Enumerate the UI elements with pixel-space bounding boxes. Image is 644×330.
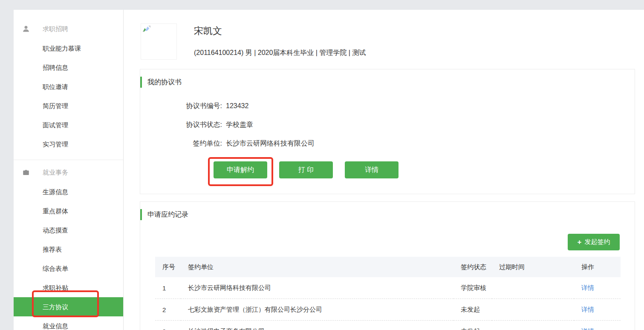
agreement-status-label: 协议书状态: bbox=[140, 121, 222, 129]
row-status: 学院审核 bbox=[453, 277, 492, 299]
row-company: 七彩文旅资产管理（浙江）有限公司长沙分公司 bbox=[181, 299, 453, 321]
sidebar-item-internship-manage[interactable]: 实习管理 bbox=[14, 135, 123, 154]
detail-button[interactable]: 详情 bbox=[345, 161, 399, 178]
sidebar-item-job-subsidy[interactable]: 求职补贴 bbox=[14, 278, 123, 297]
sidebar-item-recommend-form[interactable]: 推荐表 bbox=[14, 240, 123, 259]
main-content: 宋凯文 (201164100214) 男 | 2020届本科生毕业 | 管理学院… bbox=[124, 10, 644, 330]
sidebar-item-interview-manage[interactable]: 面试管理 bbox=[14, 115, 123, 135]
signing-company-row: 签约单位: 长沙市云研网络科技有限公司 bbox=[140, 134, 635, 153]
table-row: 3 长沙瀚得电子商务有限公司 未发起 详情 bbox=[155, 321, 621, 330]
title-accent-bar bbox=[140, 209, 142, 220]
title-accent-bar bbox=[140, 77, 142, 88]
sidebar-section-job-recruitment: 求职招聘 bbox=[14, 19, 123, 39]
row-index: 3 bbox=[155, 321, 181, 330]
sidebar-item-position-invite[interactable]: 职位邀请 bbox=[14, 77, 123, 96]
sidebar-item-recruit-info[interactable]: 招聘信息 bbox=[14, 58, 123, 77]
briefcase-icon bbox=[22, 169, 30, 176]
table-row: 1 长沙市云研网络科技有限公司 学院审核 详情 bbox=[155, 277, 621, 299]
agreement-status-row: 协议书状态: 学校盖章 bbox=[140, 115, 635, 134]
table-header-row: 序号 签约单位 签约状态 过期时间 操作 bbox=[155, 257, 621, 277]
col-header-action: 操作 bbox=[574, 257, 621, 277]
row-index: 2 bbox=[155, 299, 181, 321]
sidebar: 求职招聘 职业能力慕课 招聘信息 职位邀请 简历管理 面试管理 实习管理 就业事… bbox=[14, 10, 124, 330]
table-row: 2 七彩文旅资产管理（浙江）有限公司长沙分公司 未发起 详情 bbox=[155, 299, 621, 321]
plus-icon: + bbox=[578, 238, 582, 246]
row-detail-link[interactable]: 详情 bbox=[581, 327, 594, 330]
student-details: (201164100214) 男 | 2020届本科生毕业 | 管理学院 | 测… bbox=[194, 49, 366, 57]
row-expire bbox=[492, 299, 574, 321]
signing-company-value: 长沙市云研网络科技有限公司 bbox=[226, 139, 315, 148]
col-header-index: 序号 bbox=[155, 257, 181, 277]
row-detail-link[interactable]: 详情 bbox=[581, 284, 594, 291]
agreement-status-value: 学校盖章 bbox=[226, 121, 253, 129]
agreement-card-title: 我的协议书 bbox=[147, 78, 182, 87]
records-table: 序号 签约单位 签约状态 过期时间 操作 1 长沙市云研网络科技有限公司 学院审… bbox=[155, 257, 621, 330]
sidebar-item-dynamic-survey[interactable]: 动态摸查 bbox=[14, 221, 123, 240]
sidebar-section-label: 求职招聘 bbox=[43, 25, 68, 33]
print-button[interactable]: 打 印 bbox=[279, 161, 333, 178]
agreement-number-label: 协议书编号: bbox=[140, 102, 222, 111]
avatar bbox=[141, 23, 177, 60]
sidebar-item-comprehensive-forms[interactable]: 综合表单 bbox=[14, 259, 123, 278]
col-header-company: 签约单位 bbox=[181, 257, 453, 277]
records-card: 申请应约记录 + 发起签约 序号 签约单位 签约状态 过期时间 操作 bbox=[140, 201, 635, 330]
agreement-card: 我的协议书 协议书编号: 123432 协议书状态: 学校盖章 签约单位: 长沙… bbox=[140, 69, 635, 194]
col-header-status: 签约状态 bbox=[453, 257, 492, 277]
row-expire bbox=[492, 277, 574, 299]
sidebar-item-key-groups[interactable]: 重点群体 bbox=[14, 201, 123, 221]
broken-image-icon bbox=[142, 25, 151, 33]
signing-company-label: 签约单位: bbox=[140, 139, 222, 148]
sidebar-section-label: 就业事务 bbox=[43, 169, 68, 177]
screen: 求职招聘 职业能力慕课 招聘信息 职位邀请 简历管理 面试管理 实习管理 就业事… bbox=[0, 0, 644, 330]
agreement-number-row: 协议书编号: 123432 bbox=[140, 97, 635, 115]
left-strip bbox=[0, 0, 14, 330]
records-card-title: 申请应约记录 bbox=[147, 210, 188, 219]
col-header-expire: 过期时间 bbox=[492, 257, 574, 277]
sidebar-item-employment-info[interactable]: 就业信息 bbox=[14, 316, 123, 330]
sidebar-item-student-source[interactable]: 生源信息 bbox=[14, 182, 123, 201]
row-company: 长沙市云研网络科技有限公司 bbox=[181, 277, 453, 299]
apply-termination-button[interactable]: 申请解约 bbox=[214, 161, 267, 178]
agreement-number-value: 123432 bbox=[226, 102, 248, 110]
sidebar-item-career-mooc[interactable]: 职业能力慕课 bbox=[14, 39, 123, 58]
person-icon bbox=[22, 25, 30, 33]
row-company: 长沙瀚得电子商务有限公司 bbox=[181, 321, 453, 330]
row-detail-link[interactable]: 详情 bbox=[581, 306, 594, 313]
sidebar-section-employment-affairs: 就业事务 bbox=[14, 163, 123, 182]
top-strip bbox=[0, 0, 644, 10]
row-status: 未发起 bbox=[453, 321, 492, 330]
student-name: 宋凯文 bbox=[194, 25, 222, 37]
initiate-signing-label: 发起签约 bbox=[584, 238, 610, 246]
row-index: 1 bbox=[155, 277, 181, 299]
row-expire bbox=[492, 321, 574, 330]
initiate-signing-button[interactable]: + 发起签约 bbox=[568, 234, 620, 250]
row-status: 未发起 bbox=[453, 299, 492, 321]
sidebar-divider bbox=[14, 160, 123, 160]
sidebar-item-resume-manage[interactable]: 简历管理 bbox=[14, 96, 123, 115]
sidebar-item-tripartite-agreement[interactable]: 三方协议 bbox=[14, 297, 123, 316]
